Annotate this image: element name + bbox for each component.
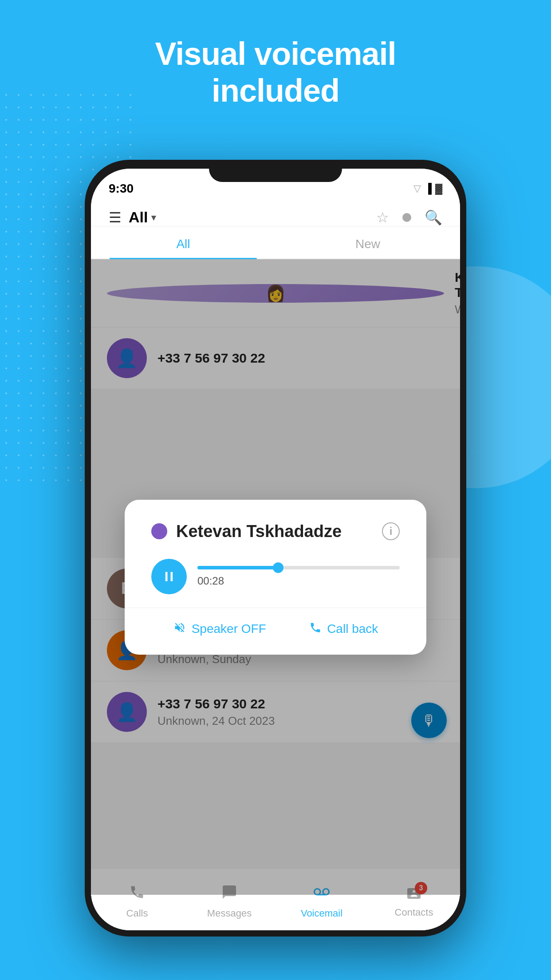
- status-icons: ▽ ▐ ▓: [413, 183, 442, 194]
- tab-bar: All New: [91, 226, 460, 259]
- app-header: ☰ All ▾ ☆ 🔍: [91, 200, 460, 226]
- call-back-button[interactable]: Call back: [309, 621, 378, 637]
- speaker-off-label: Speaker OFF: [192, 622, 266, 636]
- modal-avatar: [151, 523, 167, 539]
- audio-player: 00:28: [151, 559, 400, 594]
- phone-icon: [309, 621, 322, 637]
- voicemail-list: 👩 Ketevan Tskhadadze Work, 11:26 👤 +33 7…: [91, 259, 460, 930]
- search-icon[interactable]: 🔍: [425, 209, 442, 226]
- info-icon[interactable]: i: [382, 522, 400, 540]
- voicemail-label: Voicemail: [301, 908, 342, 919]
- modal-contact-name: Ketevan Tskhadadze: [176, 522, 373, 541]
- battery-icon: ▓: [435, 183, 442, 194]
- svg-rect-0: [165, 572, 168, 581]
- headline-line1: Visual voicemail: [155, 36, 396, 71]
- status-time: 9:30: [109, 182, 134, 196]
- headline-line2: included: [212, 73, 339, 108]
- modal-actions: Speaker OFF Call back: [151, 621, 400, 637]
- menu-icon[interactable]: ☰: [109, 209, 122, 226]
- modal-overlay: Ketevan Tskhadadze i: [91, 259, 460, 895]
- playback-time: 00:28: [197, 575, 224, 587]
- speaker-off-icon: [173, 621, 186, 637]
- calls-label: Calls: [126, 908, 148, 919]
- progress-fill: [197, 566, 278, 569]
- wifi-icon: ▽: [413, 183, 421, 194]
- svg-rect-1: [171, 572, 173, 581]
- contacts-label: Contacts: [395, 907, 433, 918]
- phone-frame: 9:30 ▽ ▐ ▓ ☰ All ▾ ☆: [85, 160, 466, 937]
- chevron-down-icon: ▾: [151, 212, 156, 223]
- filter-dropdown[interactable]: All ▾: [129, 209, 156, 226]
- phone-notch: [209, 160, 342, 182]
- call-back-label: Call back: [327, 622, 378, 636]
- progress-thumb: [273, 562, 283, 573]
- filter-label: All: [129, 209, 148, 226]
- phone-screen: 9:30 ▽ ▐ ▓ ☰ All ▾ ☆: [91, 169, 460, 930]
- modal-header: Ketevan Tskhadadze i: [151, 522, 400, 541]
- modal-divider: [125, 608, 426, 608]
- headline: Visual voicemail included: [0, 36, 551, 109]
- pause-button[interactable]: [151, 559, 187, 594]
- voicemail-player-modal: Ketevan Tskhadadze i: [125, 500, 426, 655]
- tab-all[interactable]: All: [91, 226, 276, 258]
- speaker-off-button[interactable]: Speaker OFF: [173, 621, 266, 637]
- playback-progress[interactable]: 00:28: [197, 566, 400, 587]
- toggle-icon[interactable]: [402, 213, 411, 222]
- star-filter-icon[interactable]: ☆: [376, 209, 389, 226]
- tab-new[interactable]: New: [276, 226, 460, 258]
- progress-bar: [197, 566, 400, 569]
- messages-label: Messages: [207, 908, 252, 919]
- signal-icon: ▐: [425, 183, 432, 194]
